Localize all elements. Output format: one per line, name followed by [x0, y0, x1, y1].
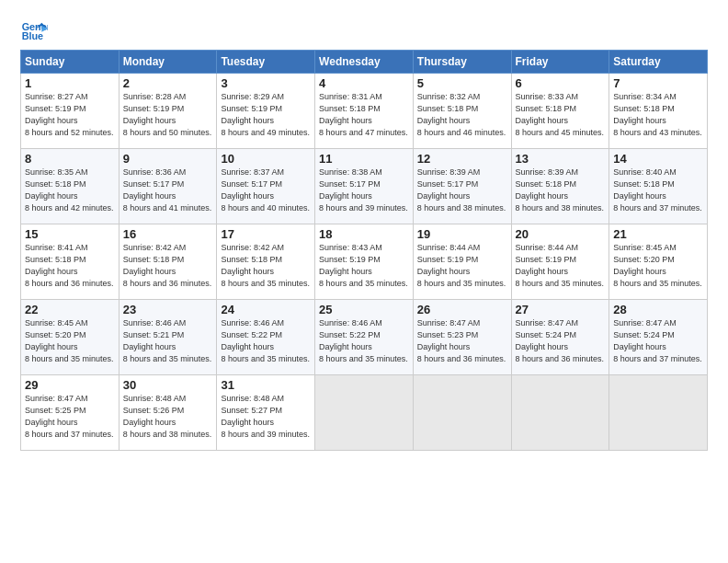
table-cell: 13Sunrise: 8:39 AMSunset: 5:18 PMDayligh…: [511, 149, 609, 224]
table-cell: 6Sunrise: 8:33 AMSunset: 5:18 PMDaylight…: [511, 74, 609, 149]
table-cell: 8Sunrise: 8:35 AMSunset: 5:18 PMDaylight…: [21, 149, 119, 224]
table-cell: [315, 375, 414, 451]
table-cell: 11Sunrise: 8:38 AMSunset: 5:17 PMDayligh…: [315, 149, 414, 224]
table-cell: 25Sunrise: 8:46 AMSunset: 5:22 PMDayligh…: [315, 300, 414, 375]
table-cell: 17Sunrise: 8:42 AMSunset: 5:18 PMDayligh…: [217, 224, 315, 300]
table-cell: 7Sunrise: 8:34 AMSunset: 5:18 PMDaylight…: [609, 74, 708, 149]
table-cell: 18Sunrise: 8:43 AMSunset: 5:19 PMDayligh…: [315, 224, 414, 300]
calendar-row: 15Sunrise: 8:41 AMSunset: 5:18 PMDayligh…: [21, 224, 708, 300]
table-cell: 27Sunrise: 8:47 AMSunset: 5:24 PMDayligh…: [511, 300, 609, 375]
table-cell: 2Sunrise: 8:28 AMSunset: 5:19 PMDaylight…: [119, 74, 217, 149]
col-wednesday: Wednesday: [315, 51, 414, 74]
col-friday: Friday: [511, 51, 609, 74]
table-cell: 9Sunrise: 8:36 AMSunset: 5:17 PMDaylight…: [119, 149, 217, 224]
logo-icon: General Blue: [20, 17, 48, 44]
calendar-row: 1Sunrise: 8:27 AMSunset: 5:19 PMDaylight…: [21, 74, 708, 149]
days-header-row: Sunday Monday Tuesday Wednesday Thursday…: [21, 51, 708, 74]
table-cell: 26Sunrise: 8:47 AMSunset: 5:23 PMDayligh…: [413, 300, 511, 375]
table-cell: 5Sunrise: 8:32 AMSunset: 5:18 PMDaylight…: [413, 74, 511, 149]
table-cell: [511, 375, 609, 451]
col-monday: Monday: [119, 51, 217, 74]
table-cell: 30Sunrise: 8:48 AMSunset: 5:26 PMDayligh…: [119, 375, 217, 451]
table-cell: 14Sunrise: 8:40 AMSunset: 5:18 PMDayligh…: [609, 149, 708, 224]
table-cell: 10Sunrise: 8:37 AMSunset: 5:17 PMDayligh…: [217, 149, 315, 224]
table-cell: 15Sunrise: 8:41 AMSunset: 5:18 PMDayligh…: [21, 224, 119, 300]
header: General Blue: [20, 17, 708, 44]
col-sunday: Sunday: [21, 51, 119, 74]
table-cell: 22Sunrise: 8:45 AMSunset: 5:20 PMDayligh…: [21, 300, 119, 375]
table-cell: 4Sunrise: 8:31 AMSunset: 5:18 PMDaylight…: [315, 74, 414, 149]
table-cell: [413, 375, 511, 451]
calendar-row: 29Sunrise: 8:47 AMSunset: 5:25 PMDayligh…: [21, 375, 708, 451]
table-cell: 24Sunrise: 8:46 AMSunset: 5:22 PMDayligh…: [217, 300, 315, 375]
calendar-table: Sunday Monday Tuesday Wednesday Thursday…: [20, 50, 708, 451]
table-cell: 1Sunrise: 8:27 AMSunset: 5:19 PMDaylight…: [21, 74, 119, 149]
table-cell: 16Sunrise: 8:42 AMSunset: 5:18 PMDayligh…: [119, 224, 217, 300]
calendar-row: 8Sunrise: 8:35 AMSunset: 5:18 PMDaylight…: [21, 149, 708, 224]
calendar-row: 22Sunrise: 8:45 AMSunset: 5:20 PMDayligh…: [21, 300, 708, 375]
col-thursday: Thursday: [413, 51, 511, 74]
col-tuesday: Tuesday: [217, 51, 315, 74]
table-cell: 20Sunrise: 8:44 AMSunset: 5:19 PMDayligh…: [511, 224, 609, 300]
svg-text:Blue: Blue: [22, 30, 43, 41]
table-cell: 28Sunrise: 8:47 AMSunset: 5:24 PMDayligh…: [609, 300, 708, 375]
table-cell: 31Sunrise: 8:48 AMSunset: 5:27 PMDayligh…: [217, 375, 315, 451]
table-cell: 3Sunrise: 8:29 AMSunset: 5:19 PMDaylight…: [217, 74, 315, 149]
col-saturday: Saturday: [609, 51, 708, 74]
table-cell: 21Sunrise: 8:45 AMSunset: 5:20 PMDayligh…: [609, 224, 708, 300]
table-cell: 19Sunrise: 8:44 AMSunset: 5:19 PMDayligh…: [413, 224, 511, 300]
table-cell: [609, 375, 708, 451]
logo: General Blue: [20, 17, 48, 44]
table-cell: 23Sunrise: 8:46 AMSunset: 5:21 PMDayligh…: [119, 300, 217, 375]
table-cell: 12Sunrise: 8:39 AMSunset: 5:17 PMDayligh…: [413, 149, 511, 224]
table-cell: 29Sunrise: 8:47 AMSunset: 5:25 PMDayligh…: [21, 375, 119, 451]
calendar-page: General Blue Sunday Monday Tuesday Wedne…: [0, 0, 728, 563]
